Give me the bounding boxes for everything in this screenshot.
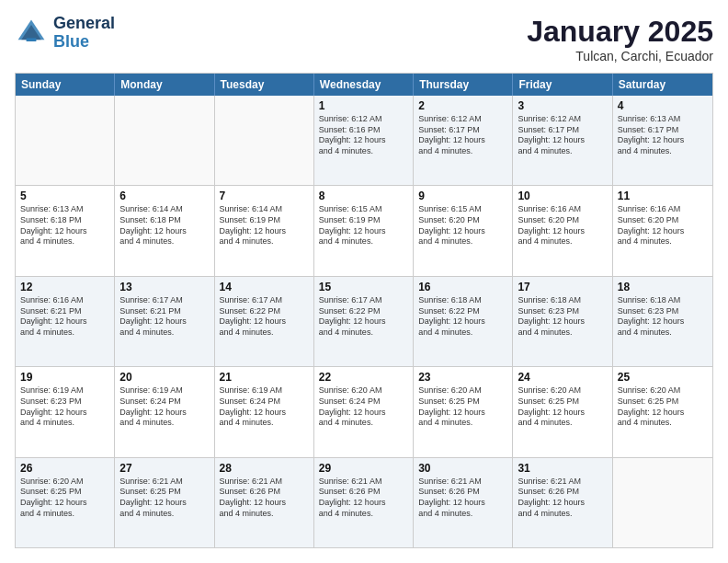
day-info: Sunrise: 6:21 AM Sunset: 6:26 PM Dayligh… — [518, 477, 607, 520]
calendar-cell: 18Sunrise: 6:18 AM Sunset: 6:23 PM Dayli… — [613, 277, 712, 366]
calendar-cell: 16Sunrise: 6:18 AM Sunset: 6:22 PM Dayli… — [414, 277, 513, 366]
day-number: 5 — [20, 190, 109, 202]
day-number: 27 — [119, 462, 209, 475]
calendar-cell: 15Sunrise: 6:17 AM Sunset: 6:22 PM Dayli… — [314, 277, 414, 366]
calendar-row: 5Sunrise: 6:13 AM Sunset: 6:18 PM Daylig… — [16, 185, 712, 275]
calendar-cell: 21Sunrise: 6:19 AM Sunset: 6:24 PM Dayli… — [215, 367, 314, 456]
calendar-cell — [16, 96, 115, 185]
day-info: Sunrise: 6:21 AM Sunset: 6:26 PM Dayligh… — [418, 477, 507, 520]
calendar-cell: 25Sunrise: 6:20 AM Sunset: 6:25 PM Dayli… — [613, 367, 712, 456]
calendar-cell: 22Sunrise: 6:20 AM Sunset: 6:24 PM Dayli… — [314, 367, 414, 456]
day-number: 1 — [319, 99, 408, 112]
calendar-cell: 19Sunrise: 6:19 AM Sunset: 6:23 PM Dayli… — [16, 367, 115, 456]
day-info: Sunrise: 6:19 AM Sunset: 6:24 PM Dayligh… — [220, 385, 309, 429]
weekday-header: Tuesday — [215, 74, 314, 96]
calendar-cell: 1Sunrise: 6:12 AM Sunset: 6:16 PM Daylig… — [314, 96, 414, 185]
logo-line2: Blue — [53, 33, 115, 52]
calendar-cell — [115, 96, 214, 185]
calendar-cell: 3Sunrise: 6:12 AM Sunset: 6:17 PM Daylig… — [513, 96, 612, 185]
day-number: 14 — [220, 281, 309, 293]
calendar-cell: 27Sunrise: 6:21 AM Sunset: 6:25 PM Dayli… — [115, 458, 214, 547]
day-number: 12 — [20, 281, 109, 293]
day-number: 23 — [418, 371, 507, 384]
day-info: Sunrise: 6:18 AM Sunset: 6:22 PM Dayligh… — [418, 295, 507, 339]
day-number: 7 — [220, 190, 309, 202]
day-number: 4 — [618, 99, 708, 112]
calendar-cell: 28Sunrise: 6:21 AM Sunset: 6:26 PM Dayli… — [215, 458, 314, 547]
day-info: Sunrise: 6:12 AM Sunset: 6:17 PM Dayligh… — [518, 114, 607, 157]
day-number: 22 — [319, 371, 408, 384]
day-info: Sunrise: 6:17 AM Sunset: 6:21 PM Dayligh… — [119, 295, 209, 339]
day-number: 31 — [518, 462, 607, 475]
calendar-cell: 10Sunrise: 6:16 AM Sunset: 6:20 PM Dayli… — [513, 186, 612, 275]
day-number: 29 — [319, 462, 408, 475]
calendar-cell: 12Sunrise: 6:16 AM Sunset: 6:21 PM Dayli… — [16, 277, 115, 366]
title-block: January 2025 Tulcan, Carchi, Ecuador — [527, 15, 713, 63]
day-number: 2 — [418, 99, 507, 112]
day-info: Sunrise: 6:19 AM Sunset: 6:24 PM Dayligh… — [119, 385, 209, 429]
day-number: 25 — [618, 371, 708, 384]
weekday-header: Wednesday — [314, 74, 414, 96]
calendar-cell: 29Sunrise: 6:21 AM Sunset: 6:26 PM Dayli… — [314, 458, 414, 547]
day-info: Sunrise: 6:20 AM Sunset: 6:25 PM Dayligh… — [518, 385, 607, 429]
day-number: 30 — [418, 462, 507, 475]
calendar-cell: 14Sunrise: 6:17 AM Sunset: 6:22 PM Dayli… — [215, 277, 314, 366]
day-info: Sunrise: 6:14 AM Sunset: 6:19 PM Dayligh… — [220, 204, 309, 247]
calendar-cell — [215, 96, 314, 185]
calendar-cell: 9Sunrise: 6:15 AM Sunset: 6:20 PM Daylig… — [414, 186, 513, 275]
day-number: 11 — [618, 190, 708, 202]
day-info: Sunrise: 6:16 AM Sunset: 6:20 PM Dayligh… — [518, 204, 607, 247]
day-info: Sunrise: 6:21 AM Sunset: 6:25 PM Dayligh… — [119, 477, 209, 520]
calendar-cell: 23Sunrise: 6:20 AM Sunset: 6:25 PM Dayli… — [414, 367, 513, 456]
month-title: January 2025 — [527, 15, 713, 49]
day-info: Sunrise: 6:20 AM Sunset: 6:25 PM Dayligh… — [618, 385, 708, 429]
calendar-cell: 11Sunrise: 6:16 AM Sunset: 6:20 PM Dayli… — [613, 186, 712, 275]
day-number: 26 — [20, 462, 109, 475]
day-number: 24 — [518, 371, 607, 384]
day-number: 16 — [418, 281, 507, 293]
header: General Blue January 2025 Tulcan, Carchi… — [15, 15, 713, 63]
day-info: Sunrise: 6:17 AM Sunset: 6:22 PM Dayligh… — [220, 295, 309, 339]
weekday-header: Thursday — [414, 74, 513, 96]
day-info: Sunrise: 6:20 AM Sunset: 6:25 PM Dayligh… — [20, 477, 109, 520]
day-info: Sunrise: 6:12 AM Sunset: 6:16 PM Dayligh… — [319, 114, 408, 157]
day-number: 8 — [319, 190, 408, 202]
day-info: Sunrise: 6:13 AM Sunset: 6:18 PM Dayligh… — [20, 204, 109, 247]
day-number: 18 — [618, 281, 708, 293]
day-info: Sunrise: 6:16 AM Sunset: 6:21 PM Dayligh… — [20, 295, 109, 339]
calendar-cell: 5Sunrise: 6:13 AM Sunset: 6:18 PM Daylig… — [16, 186, 115, 275]
calendar-header: SundayMondayTuesdayWednesdayThursdayFrid… — [16, 74, 712, 96]
day-number: 9 — [418, 190, 507, 202]
day-info: Sunrise: 6:13 AM Sunset: 6:17 PM Dayligh… — [618, 114, 708, 157]
calendar-body: 1Sunrise: 6:12 AM Sunset: 6:16 PM Daylig… — [16, 96, 712, 547]
day-info: Sunrise: 6:20 AM Sunset: 6:24 PM Dayligh… — [319, 385, 408, 429]
calendar-cell: 24Sunrise: 6:20 AM Sunset: 6:25 PM Dayli… — [513, 367, 612, 456]
weekday-header: Sunday — [16, 74, 115, 96]
day-number: 20 — [119, 371, 209, 384]
day-info: Sunrise: 6:20 AM Sunset: 6:25 PM Dayligh… — [418, 385, 507, 429]
calendar-cell: 31Sunrise: 6:21 AM Sunset: 6:26 PM Dayli… — [513, 458, 612, 547]
day-info: Sunrise: 6:21 AM Sunset: 6:26 PM Dayligh… — [220, 477, 309, 520]
day-number: 15 — [319, 281, 408, 293]
calendar-cell: 13Sunrise: 6:17 AM Sunset: 6:21 PM Dayli… — [115, 277, 214, 366]
day-info: Sunrise: 6:15 AM Sunset: 6:19 PM Dayligh… — [319, 204, 408, 247]
calendar-cell: 4Sunrise: 6:13 AM Sunset: 6:17 PM Daylig… — [613, 96, 712, 185]
weekday-header: Saturday — [613, 74, 712, 96]
day-info: Sunrise: 6:12 AM Sunset: 6:17 PM Dayligh… — [418, 114, 507, 157]
calendar-cell: 8Sunrise: 6:15 AM Sunset: 6:19 PM Daylig… — [314, 186, 414, 275]
day-number: 6 — [119, 190, 209, 202]
calendar-cell: 6Sunrise: 6:14 AM Sunset: 6:18 PM Daylig… — [115, 186, 214, 275]
calendar-cell: 30Sunrise: 6:21 AM Sunset: 6:26 PM Dayli… — [414, 458, 513, 547]
calendar-row: 26Sunrise: 6:20 AM Sunset: 6:25 PM Dayli… — [16, 457, 712, 547]
day-number: 17 — [518, 281, 607, 293]
logo-line1: General — [53, 15, 115, 33]
logo: General Blue — [15, 15, 115, 52]
calendar: SundayMondayTuesdayWednesdayThursdayFrid… — [15, 73, 713, 548]
day-number: 10 — [518, 190, 607, 202]
day-info: Sunrise: 6:16 AM Sunset: 6:20 PM Dayligh… — [618, 204, 708, 247]
day-number: 19 — [20, 371, 109, 384]
page: General Blue January 2025 Tulcan, Carchi… — [0, 0, 728, 563]
svg-rect-2 — [27, 38, 37, 41]
weekday-header: Monday — [115, 74, 214, 96]
calendar-cell: 26Sunrise: 6:20 AM Sunset: 6:25 PM Dayli… — [16, 458, 115, 547]
